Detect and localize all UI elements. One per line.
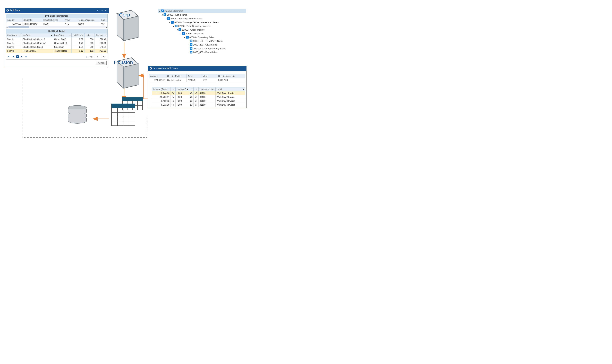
hierarchy-icon: ⊟ [186,36,189,39]
tree-item[interactable]: ◢⊟69000 - Net Income [158,13,246,17]
detail-row[interactable]: ShanksShaft Material (Steel)SteelShaft2.… [6,45,108,49]
dd-col-ent[interactable]: HoustonEntities [166,74,187,78]
dd-detail-col-5[interactable]: HoustonAccts▼ [199,87,216,91]
dd-cell-time: 2018M3 [187,78,202,82]
pager-prev-icon[interactable]: ◀ [11,55,15,58]
intersection-row[interactable]: -2,744.06 RevenueMgmt H200 YTD 41100 Wo [6,22,108,26]
filter-icon[interactable]: ▼ [92,35,94,36]
col-label[interactable]: Lab [100,18,108,22]
cell-view: YTD [64,22,77,26]
filter-icon[interactable]: ▼ [196,89,198,90]
scroll-thumb[interactable] [9,26,29,28]
cell-lab: Wo [100,22,108,26]
expand-icon[interactable]: ◢ [172,25,174,27]
detail-table: CustName▼InvDesc▼BomCode▼UnitPrice▼Units… [6,33,108,53]
filter-icon[interactable]: ▼ [213,89,215,90]
filter-icon[interactable]: ▼ [82,35,84,36]
pager-first-icon[interactable]: ⏮ [7,55,10,58]
svg-marker-10 [124,64,138,88]
detail-col-3[interactable]: UnitPrice▼ [71,33,84,37]
tree-item[interactable]: ⋯⊟2000_200 - OEM Sales [158,43,246,47]
dd-col-time[interactable]: Time [187,74,202,78]
pager-next-icon[interactable]: ▶ [20,55,24,58]
of-label: Of [102,55,104,58]
window-close-icon[interactable]: ✕ [104,9,107,12]
expand-icon[interactable]: ◢ [165,18,167,19]
intersection-hscroll[interactable]: ◄ ► [6,26,108,28]
detail-col-4[interactable]: Units▼ [84,33,95,37]
detail-col-0[interactable]: CustName▼ [6,33,22,37]
tree-item[interactable]: ⋯⊟2000_400 - Parts Sales [158,50,246,54]
dd-detail-row[interactable]: — — -2,744.06ReH200(CYT41100Work Day 1 I… [152,91,245,95]
col-houstonaccounts[interactable]: HoustonAccounts [77,18,100,22]
dd-detail-row[interactable]: -5,488.12ReH200(CYT41100Work Day 3 Invoi… [152,99,245,103]
col-amount[interactable]: Amount [6,18,22,22]
window-maximize-icon[interactable]: □ [100,9,104,12]
filter-icon[interactable]: ▼ [168,89,170,90]
pager-current[interactable]: 1 [16,55,19,58]
expand-icon[interactable]: ◢ [180,33,181,34]
dd-detail-col-0[interactable]: Amount (Raw)▼ [152,87,171,91]
svg-rect-11 [162,10,163,11]
filter-icon[interactable]: ▼ [191,89,193,90]
tree-item[interactable]: ◢⊟63000 - Earnings Before Interest and T… [158,20,246,24]
drill-back-titlebar[interactable]: Drill Back ▢ □ ✕ [5,8,109,13]
detail-col-5[interactable]: Amount▼ [95,33,107,37]
detail-row[interactable]: ShanksHead MaterialTitaniumHead3.1213241… [6,49,108,53]
expand-icon[interactable]: ◢ [161,14,163,16]
dd-detail-row[interactable]: -8,232.19ReH200(CYT41100Work Day 4 Invoi… [152,103,245,107]
app-icon [6,9,9,12]
window-detach-icon[interactable]: ▢ [96,9,100,12]
dd-detail-col-3[interactable]: ▼ [189,87,194,91]
col-sourceid[interactable]: SourceID [22,18,42,22]
scroll-right-icon[interactable]: ► [105,26,108,28]
scroll-left-icon[interactable]: ◄ [6,26,8,28]
dd-col-acct[interactable]: HoustonAccounts [217,74,245,78]
filter-icon[interactable]: ▼ [105,35,107,36]
expand-icon[interactable]: ◢ [169,21,170,23]
dd-detail-col-2[interactable]: HoustonEnt▼ [175,87,189,91]
filter-icon[interactable]: ▼ [69,35,71,36]
filter-icon[interactable]: ▼ [173,89,175,90]
tree-root[interactable]: ◢ Income Statement [158,9,246,13]
detail-row[interactable]: ShanksShaft Material (Graphite)GraphiteS… [6,41,108,45]
drill-down-title: Source Data Drill Down [153,67,245,70]
total-pages: 1 [105,55,107,58]
filter-icon[interactable]: ▼ [19,35,21,36]
filter-icon[interactable]: ▼ [51,35,52,36]
page-input[interactable] [94,55,101,58]
tree-label: 63000 - Earnings Before Interest and Tax… [174,21,219,24]
houston-label: Houston [114,59,133,65]
pager-last-icon[interactable]: ⏭ [25,55,28,58]
drill-back-title: Drill Back [10,9,96,12]
dd-col-amount[interactable]: Amount [149,74,166,78]
detail-row[interactable]: ShanksShaft Material (Carbon)CarbonShaft… [6,37,108,41]
dd-detail-col-4[interactable]: ▼ [194,87,199,91]
hierarchy-icon: ⊟ [167,17,170,20]
tree-item[interactable]: ◢⊟60999 - Net Sales [158,32,246,35]
tree-item[interactable]: ◢⊟64000 - Earnings Before Taxes [158,17,246,20]
dd-col-view[interactable]: View [202,74,217,78]
dd-detail-col-6[interactable]: Label▼ [216,87,245,91]
close-button[interactable]: Close [96,61,107,65]
dd-detail-row[interactable]: -13,720.31ReH200(CYT41100Work Day 2 Invo… [152,95,245,99]
expand-icon[interactable]: ◢ [184,36,185,38]
detail-header: Drill Back Detail [6,29,108,33]
filter-icon[interactable]: ▼ [187,89,188,90]
detail-col-1[interactable]: InvDesc▼ [22,33,53,37]
tree-item[interactable]: ◢⊟60000 - Operating Sales [158,35,246,39]
drill-down-titlebar[interactable]: Source Data Drill Down [148,66,246,71]
tree-label: 69000 - Net Income [167,13,187,16]
filter-icon[interactable]: ▼ [243,89,244,90]
tree-item[interactable]: ◢⊟61000 - Gross Income [158,28,246,32]
col-view[interactable]: View [64,18,77,22]
tree-item[interactable]: ◢⊟62000 - Total Operating Income [158,24,246,28]
col-houstonentities[interactable]: HoustonEntities [42,18,64,22]
expand-icon[interactable]: ◢ [176,29,178,31]
dd-summary-row[interactable]: 274,406.18 South Houston 2018M3 YTD 2000… [149,78,245,82]
tree-item[interactable]: ⋯⊟2000_300 - Subassembly Sales [158,47,246,50]
detail-col-2[interactable]: BomCode▼ [53,33,71,37]
tree-item[interactable]: ⋯⊟2000_100 - Third Party Sales [158,39,246,43]
dd-detail-col-1[interactable]: ▼ [171,87,176,91]
expand-icon[interactable]: ◢ [159,10,160,12]
